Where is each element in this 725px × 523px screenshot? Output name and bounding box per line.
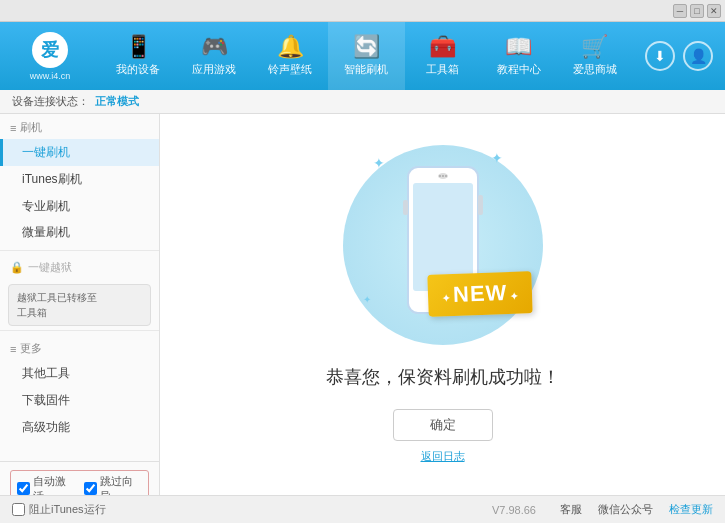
- download-button[interactable]: ⬇: [645, 41, 675, 71]
- toolbox-icon: 🧰: [429, 36, 456, 58]
- success-message: 恭喜您，保资料刷机成功啦！: [326, 365, 560, 389]
- nav-items: 📱 我的设备 🎮 应用游戏 🔔 铃声壁纸 🔄 智能刷机 🧰 工具箱 📖 教程中心…: [100, 22, 633, 90]
- sidebar-item-advanced[interactable]: 高级功能: [0, 414, 159, 441]
- svg-point-5: [442, 175, 444, 177]
- sidebar: ≡ 刷机 一键刷机 iTunes刷机 专业刷机 微量刷机 🔒 一键越狱 越狱工具…: [0, 114, 160, 495]
- my-device-icon: 📱: [125, 36, 152, 58]
- locked-label: 一键越狱: [28, 260, 72, 275]
- sparkle-3: ✦: [363, 294, 371, 305]
- nav-tutorial[interactable]: 📖 教程中心: [481, 22, 557, 90]
- nav-smart-flash-label: 智能刷机: [344, 62, 388, 77]
- svg-point-4: [439, 175, 441, 177]
- update-link[interactable]: 检查更新: [669, 502, 713, 517]
- nav-apps-games-label: 应用游戏: [192, 62, 236, 77]
- nav-my-device-label: 我的设备: [116, 62, 160, 77]
- main-layout: ≡ 刷机 一键刷机 iTunes刷机 专业刷机 微量刷机 🔒 一键越狱 越狱工具…: [0, 114, 725, 495]
- sparkle-2: ✦: [491, 150, 503, 166]
- sidebar-divider-2: [0, 330, 159, 331]
- bottom-right: V7.98.66 客服 微信公众号 检查更新: [492, 502, 713, 517]
- more-section-icon: ≡: [10, 343, 16, 355]
- sidebar-item-other-tools[interactable]: 其他工具: [0, 360, 159, 387]
- back-log-link[interactable]: 返回日志: [421, 449, 465, 464]
- close-button[interactable]: ✕: [707, 4, 721, 18]
- nav-store[interactable]: 🛒 爱思商城: [557, 22, 633, 90]
- svg-point-6: [445, 175, 447, 177]
- logo-subtitle: www.i4.cn: [30, 71, 71, 81]
- nav-apps-games[interactable]: 🎮 应用游戏: [176, 22, 252, 90]
- status-bar: 设备连接状态： 正常模式: [0, 90, 725, 114]
- sidebar-item-download-firmware[interactable]: 下载固件: [0, 387, 159, 414]
- lock-icon: 🔒: [10, 261, 24, 274]
- top-navigation: 爱 www.i4.cn 📱 我的设备 🎮 应用游戏 🔔 铃声壁纸 🔄 智能刷机 …: [0, 22, 725, 90]
- skip-wizard-input[interactable]: [84, 482, 97, 495]
- service-link[interactable]: 客服: [560, 502, 582, 517]
- ringtone-icon: 🔔: [277, 36, 304, 58]
- logo-icon: 爱: [32, 32, 68, 68]
- svg-rect-7: [403, 200, 408, 215]
- svg-rect-8: [478, 195, 483, 215]
- store-icon: 🛒: [581, 36, 608, 58]
- nav-smart-flash[interactable]: 🔄 智能刷机: [328, 22, 404, 90]
- nav-toolbox-label: 工具箱: [426, 62, 459, 77]
- more-section-label: 更多: [20, 341, 42, 356]
- logo-area: 爱 www.i4.cn: [0, 22, 100, 90]
- nav-toolbox[interactable]: 🧰 工具箱: [405, 22, 481, 90]
- nav-right-controls: ⬇ 👤: [633, 22, 725, 90]
- window-controls[interactable]: ─ □ ✕: [673, 4, 721, 18]
- bottom-left: 阻止iTunes运行: [12, 502, 492, 517]
- content-area: ✦ ✦ ✦ NEW: [160, 114, 725, 495]
- nav-store-label: 爱思商城: [573, 62, 617, 77]
- sidebar-locked-jailbreak: 🔒 一键越狱: [0, 255, 159, 280]
- nav-ringtone[interactable]: 🔔 铃声壁纸: [252, 22, 328, 90]
- new-badge: NEW: [427, 271, 533, 317]
- nav-ringtone-label: 铃声壁纸: [268, 62, 312, 77]
- flash-section-icon: ≡: [10, 122, 16, 134]
- apps-games-icon: 🎮: [201, 36, 228, 58]
- block-itunes-checkbox[interactable]: [12, 503, 25, 516]
- title-bar: ─ □ ✕: [0, 0, 725, 22]
- minimize-button[interactable]: ─: [673, 4, 687, 18]
- maximize-button[interactable]: □: [690, 4, 704, 18]
- wechat-link[interactable]: 微信公众号: [598, 502, 653, 517]
- confirm-button[interactable]: 确定: [393, 409, 493, 441]
- user-button[interactable]: 👤: [683, 41, 713, 71]
- phone-illustration: ✦ ✦ ✦ NEW: [343, 145, 543, 345]
- auto-activate-checkbox[interactable]: 自动激活: [17, 474, 76, 495]
- sidebar-item-micro-flash[interactable]: 微量刷机: [0, 219, 159, 246]
- status-label: 设备连接状态：: [12, 94, 89, 109]
- block-itunes-label: 阻止iTunes运行: [29, 502, 106, 517]
- sidebar-item-pro-flash[interactable]: 专业刷机: [0, 193, 159, 220]
- status-value: 正常模式: [95, 94, 139, 109]
- tutorial-icon: 📖: [505, 36, 532, 58]
- auto-activate-input[interactable]: [17, 482, 30, 495]
- sidebar-item-itunes-flash[interactable]: iTunes刷机: [0, 166, 159, 193]
- bottom-bar: 阻止iTunes运行 V7.98.66 客服 微信公众号 检查更新: [0, 495, 725, 523]
- smart-flash-icon: 🔄: [353, 36, 380, 58]
- nav-tutorial-label: 教程中心: [497, 62, 541, 77]
- sparkle-1: ✦: [373, 155, 385, 171]
- sidebar-divider-1: [0, 250, 159, 251]
- device-panel: 自动激活 跳过向导 📱 iPhone 12 mini 64GB Down-12m…: [0, 461, 159, 495]
- nav-my-device[interactable]: 📱 我的设备: [100, 22, 176, 90]
- flash-section-label: 刷机: [20, 120, 42, 135]
- sidebar-item-one-key-flash[interactable]: 一键刷机: [0, 139, 159, 166]
- sidebar-section-flash: ≡ 刷机: [0, 114, 159, 139]
- version-label: V7.98.66: [492, 504, 536, 516]
- skip-wizard-checkbox[interactable]: 跳过向导: [84, 474, 143, 495]
- sidebar-info-box: 越狱工具已转移至工具箱: [8, 284, 151, 326]
- sidebar-section-more: ≡ 更多: [0, 335, 159, 360]
- checkbox-outline: 自动激活 跳过向导: [10, 470, 149, 495]
